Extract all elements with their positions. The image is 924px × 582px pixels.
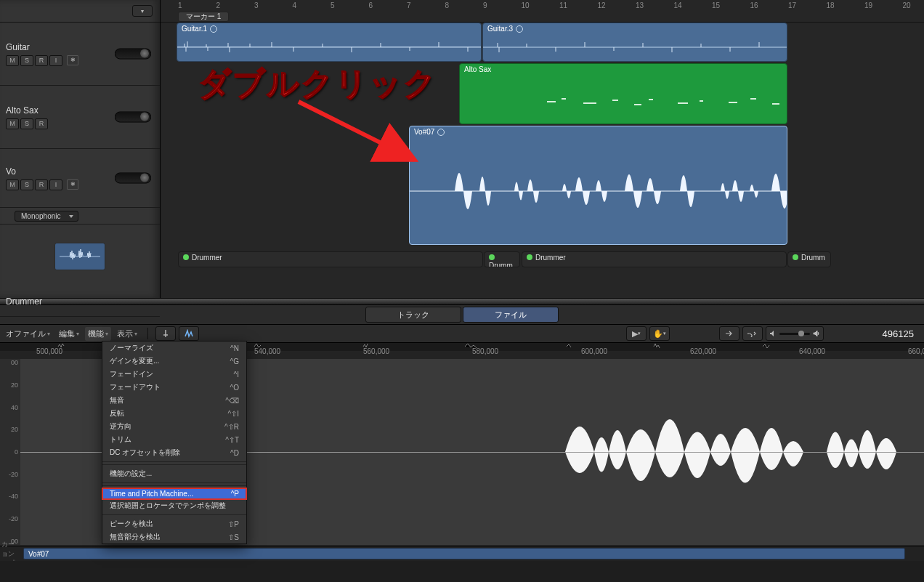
region-label[interactable]: Vo#07 bbox=[23, 548, 905, 559]
menu-item-shortcut: ^I bbox=[234, 371, 239, 379]
left-gutter-labels: カーョンープ bbox=[0, 546, 22, 561]
drummer-dot-icon bbox=[527, 254, 532, 260]
volume-fader[interactable] bbox=[115, 49, 151, 60]
menu-item[interactable]: DC オフセットを削除^D bbox=[102, 446, 246, 459]
menu-item-label: Time and Pitch Machine... bbox=[110, 490, 193, 498]
region-drummer[interactable]: Drumm bbox=[484, 251, 520, 267]
loop-icon bbox=[516, 25, 523, 33]
menu-item[interactable]: Time and Pitch Machine...^P bbox=[102, 488, 246, 499]
menu-item-shortcut: ⇧P bbox=[228, 520, 239, 528]
menu-item[interactable]: トリム^⇧T bbox=[102, 433, 246, 446]
cycle-icon[interactable] bbox=[742, 326, 763, 341]
menu-item-shortcut: ^N bbox=[230, 344, 239, 352]
sample-tick: 640,000 bbox=[799, 347, 825, 355]
solo-button[interactable]: S bbox=[20, 118, 33, 129]
marker[interactable]: マーカー 1 bbox=[178, 12, 229, 22]
menu-item[interactable]: 無音部分を検出⇧S bbox=[102, 530, 246, 543]
arrange-grid[interactable]: 1234567891011121314151617181920 マーカー 1 G… bbox=[161, 0, 924, 298]
menu-item-shortcut: ^⌫ bbox=[225, 397, 239, 405]
menu-item[interactable]: 選択範囲とロケータでテンポを調整 bbox=[102, 499, 246, 512]
mute-button[interactable]: M bbox=[6, 55, 19, 66]
menu-view[interactable]: 表示▾ bbox=[114, 327, 140, 341]
bar-tick: 10 bbox=[522, 1, 530, 9]
freeze-icon[interactable]: ✱ bbox=[67, 55, 78, 65]
region-guitar1[interactable]: Guitar.1 bbox=[177, 23, 482, 62]
menu-audiofile[interactable]: オファイル▾ bbox=[3, 327, 53, 341]
region-altosax[interactable]: Alto Sax bbox=[459, 63, 787, 124]
input-monitor-button[interactable]: I bbox=[49, 55, 62, 66]
tab-file[interactable]: ファイル bbox=[463, 307, 559, 323]
volume-fader[interactable] bbox=[115, 112, 151, 123]
bar-tick: 1 bbox=[178, 1, 182, 9]
region-drummer[interactable]: Drumm bbox=[787, 251, 831, 267]
menu-edit[interactable]: 編集▾ bbox=[56, 327, 82, 341]
menu-item[interactable]: フェードイン^I bbox=[102, 368, 246, 381]
midi-notes bbox=[460, 89, 787, 118]
track-header-guitar[interactable]: Guitar M S R I ✱ bbox=[0, 23, 160, 86]
region-title: Drumm bbox=[489, 262, 513, 267]
volume-slider[interactable] bbox=[766, 326, 824, 341]
record-button[interactable]: R bbox=[35, 118, 48, 129]
region-drummer[interactable]: Drummer bbox=[178, 251, 483, 267]
menu-item[interactable]: 反転^⇧I bbox=[102, 407, 246, 420]
region-title: Drumm bbox=[801, 254, 825, 262]
menu-item[interactable]: ピークを検出⇧P bbox=[102, 517, 246, 530]
menu-item[interactable]: ゲインを変更...^G bbox=[102, 355, 246, 368]
menu-item[interactable]: ノーマライズ^N bbox=[102, 341, 246, 355]
transient-tool-icon[interactable] bbox=[179, 326, 199, 341]
region-guitar3[interactable]: Guitar.3 bbox=[482, 23, 787, 62]
freeze-icon[interactable]: ✱ bbox=[67, 179, 78, 190]
track-header-altosax[interactable]: Alto Sax M S R bbox=[0, 86, 160, 149]
region-drummer[interactable]: Drummer bbox=[522, 251, 787, 267]
track-thumbnail[interactable] bbox=[54, 243, 105, 270]
solo-button[interactable]: S bbox=[20, 55, 33, 66]
menu-item-label: 逆方向 bbox=[110, 421, 131, 432]
anchor-tool-icon[interactable] bbox=[155, 326, 176, 341]
menu-functions[interactable]: 機能▾ bbox=[85, 327, 111, 341]
catch-playhead-icon[interactable] bbox=[719, 326, 739, 341]
bar-tick: 11 bbox=[559, 1, 567, 9]
hand-tool-icon[interactable]: ✋▾ bbox=[649, 326, 670, 341]
track-header-options-button[interactable]: ▾ bbox=[132, 5, 153, 17]
tab-track[interactable]: トラック bbox=[365, 307, 461, 323]
arrange-area: ▾ Guitar M S R I ✱ Alto Sax M S R bbox=[0, 0, 924, 298]
region-vo[interactable]: Vo#07 bbox=[409, 126, 787, 245]
menu-item-shortcut: ^⇧R bbox=[224, 423, 239, 431]
track-header-drummer[interactable]: Drummer bbox=[0, 288, 160, 317]
bar-tick: 13 bbox=[636, 1, 644, 9]
solo-button[interactable]: S bbox=[20, 179, 33, 190]
speaker-icon bbox=[769, 330, 777, 337]
volume-fader[interactable] bbox=[115, 173, 151, 184]
waveform bbox=[177, 38, 481, 57]
sample-tick: 500,000 bbox=[36, 347, 62, 355]
pointer-tool-icon[interactable]: ▶▾ bbox=[626, 326, 647, 341]
menu-item[interactable]: 無音^⌫ bbox=[102, 394, 246, 407]
input-monitor-button[interactable]: I bbox=[49, 179, 62, 190]
menu-item-label: ゲインを変更... bbox=[110, 356, 159, 366]
menu-item-label: 反転 bbox=[110, 408, 124, 419]
menu-item[interactable]: 逆方向^⇧R bbox=[102, 420, 246, 433]
bar-tick: 8 bbox=[445, 1, 450, 9]
menu-item-label: 選択範囲とロケータでテンポを調整 bbox=[110, 501, 226, 511]
menu-item-shortcut: ^D bbox=[230, 449, 239, 457]
region-title: Drummer bbox=[535, 254, 566, 262]
region-label-bar: Vo#07 bbox=[20, 546, 924, 561]
track-header-vo[interactable]: Vo M S R I ✱ bbox=[0, 149, 160, 208]
sample-position[interactable]: 496125 bbox=[827, 328, 921, 339]
menu-item[interactable]: フェードアウト^O bbox=[102, 381, 246, 394]
sample-tick: 560,000 bbox=[363, 347, 389, 355]
mute-button[interactable]: M bbox=[6, 118, 19, 129]
annotation-text: ダブルクリック bbox=[198, 62, 437, 105]
flex-mode-select[interactable]: Monophonic bbox=[15, 211, 78, 222]
annotation-arrow bbox=[291, 94, 437, 174]
menu-item-label: DC オフセットを削除 bbox=[110, 448, 180, 458]
mute-button[interactable]: M bbox=[6, 179, 19, 190]
bar-tick: 16 bbox=[750, 1, 758, 9]
menu-item-label: 無音 bbox=[110, 395, 124, 405]
bar-tick: 9 bbox=[483, 1, 487, 9]
bar-ruler[interactable]: 1234567891011121314151617181920 マーカー 1 bbox=[161, 0, 924, 23]
menu-item-label: ピークを検出 bbox=[110, 519, 153, 529]
record-button[interactable]: R bbox=[35, 179, 48, 190]
menu-item[interactable]: 機能の設定... bbox=[102, 467, 246, 480]
record-button[interactable]: R bbox=[35, 55, 48, 66]
